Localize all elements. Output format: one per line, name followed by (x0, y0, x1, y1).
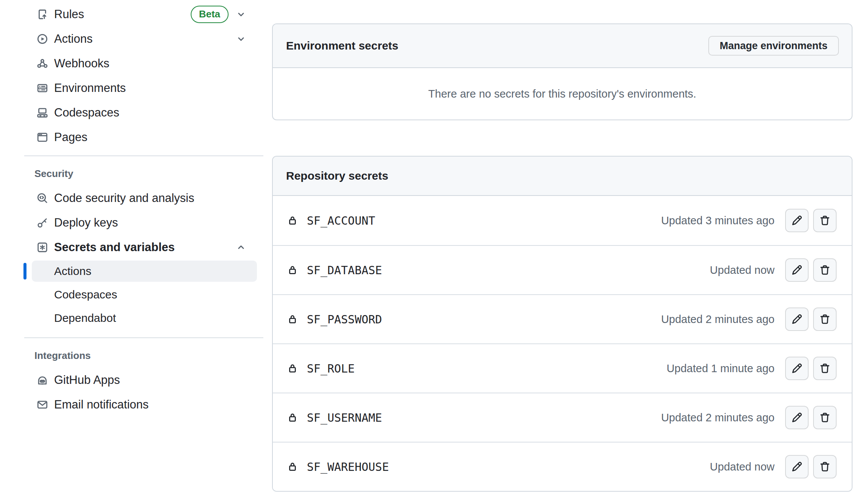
secret-row: SF_PASSWORD Updated 2 minutes ago (273, 294, 852, 343)
sidebar-subitem-actions[interactable]: Actions (32, 261, 257, 282)
sidebar-item-label: Webhooks (54, 57, 109, 70)
chevron-down-icon (236, 9, 246, 19)
sidebar-subitem-label: Dependabot (54, 312, 116, 325)
sidebar-item-secrets-and-variables[interactable]: Secrets and variables (24, 235, 263, 259)
chevron-up-icon (236, 242, 246, 252)
sidebar-item-label: Deploy keys (54, 216, 118, 230)
secret-name: SF_ACCOUNT (307, 214, 375, 227)
delete-secret-button[interactable] (813, 455, 837, 478)
sidebar-item-codespaces[interactable]: Codespaces (24, 100, 263, 125)
browser-icon (37, 132, 48, 143)
manage-environments-button[interactable]: Manage environments (708, 36, 839, 56)
secret-name: SF_ROLE (307, 362, 355, 375)
sidebar-divider (24, 155, 263, 156)
sidebar-item-code-security[interactable]: Code security and analysis (24, 186, 263, 210)
codescan-icon (37, 193, 48, 204)
secret-updated: Updated 2 minutes ago (661, 313, 775, 326)
delete-secret-button[interactable] (813, 258, 837, 282)
secret-row: SF_WAREHOUSE Updated now (273, 442, 852, 491)
sidebar-item-label: Environments (54, 81, 126, 95)
panel-title: Environment secrets (286, 39, 398, 52)
sidebar-item-label: Actions (54, 32, 93, 46)
sidebar-item-label: Codespaces (54, 106, 119, 120)
secret-updated: Updated 2 minutes ago (661, 411, 775, 424)
edit-secret-button[interactable] (785, 307, 809, 331)
secret-updated: Updated now (710, 461, 775, 473)
lock-icon (287, 264, 298, 276)
mail-icon (37, 399, 48, 410)
delete-secret-button[interactable] (813, 406, 837, 429)
sidebar-item-pages[interactable]: Pages (24, 125, 263, 149)
sidebar-section-integrations: Integrations (24, 349, 263, 362)
sidebar-subitem-label: Codespaces (54, 288, 117, 301)
lock-icon (287, 412, 298, 423)
secret-name: SF_USERNAME (307, 411, 382, 424)
secret-updated: Updated 1 minute ago (667, 362, 775, 375)
webhook-icon (37, 58, 48, 69)
sidebar-subitem-codespaces[interactable]: Codespaces (32, 283, 257, 306)
lock-icon (287, 461, 298, 472)
lock-icon (287, 215, 298, 226)
secret-row: SF_USERNAME Updated 2 minutes ago (273, 393, 852, 442)
integrations-group: GitHub Apps Email notifications (24, 368, 263, 417)
sidebar-item-label: GitHub Apps (54, 373, 120, 387)
security-group: Code security and analysis Deploy keys (24, 186, 263, 330)
sidebar-subitem-label: Actions (54, 265, 91, 278)
settings-sidebar: Rules Beta Actions (24, 0, 263, 417)
beta-badge: Beta (191, 6, 229, 23)
repository-secrets-panel: Repository secrets SF_ACCOUNT Updated 3 … (272, 156, 852, 492)
repository-secrets-header: Repository secrets (273, 157, 852, 196)
sidebar-item-email-notifications[interactable]: Email notifications (24, 392, 263, 417)
secret-updated: Updated now (710, 264, 775, 276)
edit-secret-button[interactable] (785, 209, 809, 232)
secret-name: SF_WAREHOUSE (307, 460, 389, 474)
play-circle-icon (37, 33, 48, 45)
secret-row: SF_ACCOUNT Updated 3 minutes ago (273, 196, 852, 245)
delete-secret-button[interactable] (813, 307, 837, 331)
rules-icon (37, 9, 48, 20)
asterisk-box-icon (37, 242, 48, 253)
sidebar-item-label: Code security and analysis (54, 191, 194, 205)
sidebar-section-security: Security (24, 167, 263, 180)
sidebar-item-github-apps[interactable]: GitHub Apps (24, 368, 263, 392)
secret-updated: Updated 3 minutes ago (661, 214, 775, 227)
delete-secret-button[interactable] (813, 357, 837, 380)
secret-row: SF_ROLE Updated 1 minute ago (273, 343, 852, 393)
codespaces-icon (37, 107, 48, 118)
empty-state-text: There are no secrets for this repository… (428, 88, 696, 100)
server-icon (37, 82, 48, 94)
chevron-down-icon (236, 34, 246, 44)
sidebar-item-label: Secrets and variables (54, 241, 175, 254)
sidebar-item-rules[interactable]: Rules Beta (24, 2, 263, 26)
environment-secrets-body: There are no secrets for this repository… (273, 68, 852, 120)
edit-secret-button[interactable] (785, 455, 809, 478)
delete-secret-button[interactable] (813, 209, 837, 232)
sidebar-item-actions[interactable]: Actions (24, 26, 263, 51)
secret-name: SF_DATABASE (307, 264, 382, 277)
lock-icon (287, 363, 298, 374)
panel-title: Repository secrets (286, 169, 388, 182)
lock-icon (287, 314, 298, 325)
sidebar-item-webhooks[interactable]: Webhooks (24, 51, 263, 76)
environment-secrets-panel: Environment secrets Manage environments … (272, 23, 852, 120)
sidebar-item-label: Rules (54, 8, 84, 21)
github-settings-page: Rules Beta Actions (0, 0, 868, 500)
sidebar-item-label: Email notifications (54, 398, 149, 411)
edit-secret-button[interactable] (785, 357, 809, 380)
edit-secret-button[interactable] (785, 406, 809, 429)
sidebar-item-label: Pages (54, 130, 87, 144)
sidebar-divider (24, 337, 263, 338)
sidebar-subitem-dependabot[interactable]: Dependabot (32, 306, 257, 330)
environment-secrets-header: Environment secrets Manage environments (273, 24, 852, 68)
key-icon (37, 217, 48, 228)
secret-row: SF_DATABASE Updated now (273, 245, 852, 294)
repository-secrets-list: SF_ACCOUNT Updated 3 minutes ago SF_DATA… (273, 196, 852, 491)
hubot-icon (37, 374, 48, 386)
sidebar-item-deploy-keys[interactable]: Deploy keys (24, 210, 263, 235)
sidebar-item-environments[interactable]: Environments (24, 76, 263, 100)
edit-secret-button[interactable] (785, 258, 809, 282)
secret-name: SF_PASSWORD (307, 313, 382, 326)
